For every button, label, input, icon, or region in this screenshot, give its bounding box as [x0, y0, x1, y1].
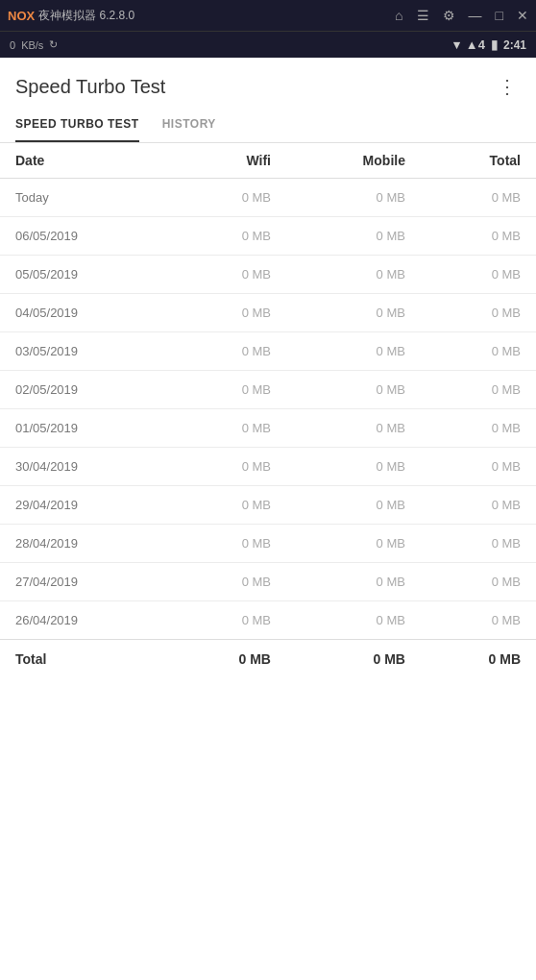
cell-total: 0 MB — [421, 563, 536, 601]
overflow-menu-button[interactable]: ⋮ — [494, 71, 521, 102]
total-wifi: 0 MB — [171, 640, 286, 679]
cell-total: 0 MB — [421, 371, 536, 409]
cell-wifi: 0 MB — [171, 294, 286, 332]
table-row: 04/05/2019 0 MB 0 MB 0 MB — [0, 294, 536, 332]
cell-total: 0 MB — [421, 409, 536, 448]
tab-speed-turbo-test[interactable]: SPEED TURBO TEST — [15, 108, 139, 142]
home-icon[interactable]: ⌂ — [395, 8, 402, 23]
cell-mobile: 0 MB — [286, 486, 421, 525]
col-header-total: Total — [421, 143, 536, 179]
total-row: Total 0 MB 0 MB 0 MB — [0, 640, 536, 679]
titlebar: NOX 夜神模拟器 6.2.8.0 ⌂ ☰ ⚙ — □ ✕ — [0, 0, 536, 31]
cell-total: 0 MB — [421, 448, 536, 486]
cell-date: 27/04/2019 — [0, 563, 171, 601]
cell-mobile: 0 MB — [286, 332, 421, 371]
page-title: Speed Turbo Test — [15, 76, 165, 98]
col-header-wifi: Wifi — [171, 143, 286, 179]
cell-wifi: 0 MB — [171, 601, 286, 640]
statusbar: 0 KB/s ↻ ▾ ▲4 ▮ 2:41 — [0, 31, 536, 58]
cell-date: 06/05/2019 — [0, 217, 171, 256]
settings-icon[interactable]: ⚙ — [443, 8, 455, 23]
cell-wifi: 0 MB — [171, 332, 286, 371]
cell-wifi: 0 MB — [171, 486, 286, 525]
signal-icon: ▲4 — [466, 37, 485, 52]
table-row: 29/04/2019 0 MB 0 MB 0 MB — [0, 486, 536, 525]
cell-total: 0 MB — [421, 256, 536, 294]
data-table: Date Wifi Mobile Total Today 0 MB 0 MB 0… — [0, 143, 536, 678]
titlebar-logo: NOX 夜神模拟器 6.2.8.0 — [8, 8, 134, 24]
cell-mobile: 0 MB — [286, 371, 421, 409]
cell-total: 0 MB — [421, 486, 536, 525]
cell-wifi: 0 MB — [171, 409, 286, 448]
cell-mobile: 0 MB — [286, 409, 421, 448]
table-row: 03/05/2019 0 MB 0 MB 0 MB — [0, 332, 536, 371]
cell-total: 0 MB — [421, 525, 536, 563]
cell-date: Today — [0, 179, 171, 217]
minimize-icon[interactable]: — — [469, 8, 482, 23]
rotation-icon: ↻ — [49, 38, 58, 51]
cell-mobile: 0 MB — [286, 448, 421, 486]
cell-total: 0 MB — [421, 601, 536, 640]
cell-total: 0 MB — [421, 332, 536, 371]
cell-date: 03/05/2019 — [0, 332, 171, 371]
table-row: 30/04/2019 0 MB 0 MB 0 MB — [0, 448, 536, 486]
col-header-date: Date — [0, 143, 171, 179]
cell-total: 0 MB — [421, 217, 536, 256]
statusbar-right: ▾ ▲4 ▮ 2:41 — [453, 37, 526, 52]
cell-wifi: 0 MB — [171, 371, 286, 409]
wifi-icon: ▾ — [453, 37, 460, 52]
cell-mobile: 0 MB — [286, 601, 421, 640]
app-header: Speed Turbo Test ⋮ — [0, 58, 536, 102]
clock: 2:41 — [503, 38, 526, 52]
cell-date: 30/04/2019 — [0, 448, 171, 486]
table-header-row: Date Wifi Mobile Total — [0, 143, 536, 179]
close-icon[interactable]: ✕ — [517, 8, 528, 23]
app-container: Speed Turbo Test ⋮ SPEED TURBO TEST HIST… — [0, 58, 536, 980]
cell-total: 0 MB — [421, 294, 536, 332]
cell-total: 0 MB — [421, 179, 536, 217]
cell-date: 29/04/2019 — [0, 486, 171, 525]
cell-date: 05/05/2019 — [0, 256, 171, 294]
total-total: 0 MB — [421, 640, 536, 679]
titlebar-title: 夜神模拟器 6.2.8.0 — [38, 8, 134, 24]
cell-wifi: 0 MB — [171, 448, 286, 486]
table-row: 05/05/2019 0 MB 0 MB 0 MB — [0, 256, 536, 294]
table-row: 27/04/2019 0 MB 0 MB 0 MB — [0, 563, 536, 601]
cell-wifi: 0 MB — [171, 179, 286, 217]
cell-mobile: 0 MB — [286, 563, 421, 601]
cell-date: 28/04/2019 — [0, 525, 171, 563]
cell-wifi: 0 MB — [171, 563, 286, 601]
cell-date: 26/04/2019 — [0, 601, 171, 640]
menu-icon[interactable]: ☰ — [417, 8, 429, 23]
cell-mobile: 0 MB — [286, 179, 421, 217]
titlebar-controls: ⌂ ☰ ⚙ — □ ✕ — [395, 8, 528, 23]
table-row: Today 0 MB 0 MB 0 MB — [0, 179, 536, 217]
kb-value: 0 — [10, 39, 15, 51]
data-table-container: Date Wifi Mobile Total Today 0 MB 0 MB 0… — [0, 143, 536, 980]
nox-logo-icon: NOX — [8, 9, 35, 23]
table-row: 28/04/2019 0 MB 0 MB 0 MB — [0, 525, 536, 563]
col-header-mobile: Mobile — [286, 143, 421, 179]
kb-unit: KB/s — [21, 39, 43, 51]
table-row: 02/05/2019 0 MB 0 MB 0 MB — [0, 371, 536, 409]
cell-mobile: 0 MB — [286, 217, 421, 256]
cell-wifi: 0 MB — [171, 525, 286, 563]
battery-icon: ▮ — [491, 37, 498, 52]
cell-mobile: 0 MB — [286, 525, 421, 563]
cell-date: 01/05/2019 — [0, 409, 171, 448]
cell-date: 02/05/2019 — [0, 371, 171, 409]
table-row: 26/04/2019 0 MB 0 MB 0 MB — [0, 601, 536, 640]
maximize-icon[interactable]: □ — [496, 8, 503, 23]
cell-wifi: 0 MB — [171, 256, 286, 294]
cell-wifi: 0 MB — [171, 217, 286, 256]
table-row: 06/05/2019 0 MB 0 MB 0 MB — [0, 217, 536, 256]
statusbar-left: 0 KB/s ↻ — [10, 38, 58, 51]
total-mobile: 0 MB — [286, 640, 421, 679]
cell-mobile: 0 MB — [286, 294, 421, 332]
cell-date: 04/05/2019 — [0, 294, 171, 332]
cell-mobile: 0 MB — [286, 256, 421, 294]
tab-history[interactable]: HISTORY — [162, 108, 216, 142]
table-row: 01/05/2019 0 MB 0 MB 0 MB — [0, 409, 536, 448]
tab-bar: SPEED TURBO TEST HISTORY — [0, 108, 536, 143]
total-label: Total — [0, 640, 171, 679]
